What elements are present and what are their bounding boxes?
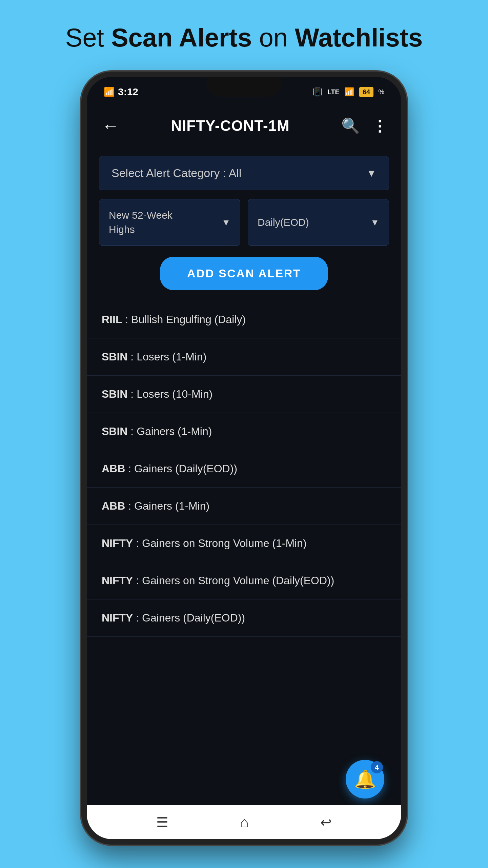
nav-actions: 🔍 ⋮ bbox=[341, 117, 386, 135]
scan-type-label: New 52-WeekHighs bbox=[109, 208, 172, 237]
more-options-button[interactable]: ⋮ bbox=[372, 117, 386, 135]
scan-type-arrow-icon: ▼ bbox=[222, 217, 230, 228]
lte-icon: LTE bbox=[327, 88, 340, 96]
status-left: 📶 3:12 bbox=[104, 86, 138, 98]
alert-text: NIFTY : Gainers (Daily(EOD)) bbox=[102, 612, 245, 624]
alert-item-6[interactable]: ABB : Gainers (1-Min) bbox=[87, 488, 401, 525]
add-scan-alert-button[interactable]: ADD SCAN ALERT bbox=[160, 257, 328, 290]
screen-title: NIFTY-CONT-1M bbox=[171, 117, 289, 134]
dropdown-row: New 52-WeekHighs ▼ Daily(EOD) ▼ bbox=[99, 199, 389, 246]
alert-text: SBIN : Losers (1-Min) bbox=[102, 351, 206, 363]
headline-text2: on bbox=[252, 23, 295, 52]
timeframe-dropdown[interactable]: Daily(EOD) ▼ bbox=[248, 199, 389, 246]
alert-item-9[interactable]: NIFTY : Gainers (Daily(EOD)) bbox=[87, 599, 401, 637]
add-alert-button-wrapper: ADD SCAN ALERT bbox=[99, 257, 389, 290]
category-dropdown-label: Select Alert Category : All bbox=[111, 166, 242, 180]
category-dropdown-arrow-icon: ▼ bbox=[366, 167, 377, 179]
filters-section: Select Alert Category : All ▼ New 52-Wee… bbox=[87, 145, 401, 301]
alert-item-1[interactable]: RIIL : Bullish Engulfing (Daily) bbox=[87, 301, 401, 338]
headline-text1: Set bbox=[65, 23, 111, 52]
alert-text: ABB : Gainers (1-Min) bbox=[102, 500, 209, 512]
battery-indicator: 64 bbox=[359, 87, 373, 97]
volume-up-button[interactable] bbox=[81, 172, 85, 196]
status-bar: 📶 3:12 📳 LTE 📶 64 % bbox=[87, 77, 401, 107]
search-button[interactable]: 🔍 bbox=[341, 117, 360, 135]
back-nav-button[interactable]: ↩ bbox=[320, 814, 332, 830]
signal-icon: 📶 bbox=[104, 87, 115, 97]
alert-item-3[interactable]: SBIN : Losers (10-Min) bbox=[87, 376, 401, 413]
nav-bar: ← NIFTY-CONT-1M 🔍 ⋮ bbox=[87, 107, 401, 145]
notch bbox=[207, 77, 281, 97]
headline-bold1: Scan Alerts bbox=[111, 23, 252, 52]
volume-down-button[interactable] bbox=[81, 206, 85, 246]
menu-nav-button[interactable]: ☰ bbox=[156, 814, 168, 830]
alert-text: RIIL : Bullish Engulfing (Daily) bbox=[102, 313, 246, 326]
alert-text: SBIN : Gainers (1-Min) bbox=[102, 425, 212, 437]
app-content: ← NIFTY-CONT-1M 🔍 ⋮ Select Alert Categor… bbox=[87, 107, 401, 839]
alert-text: NIFTY : Gainers on Strong Volume (1-Min) bbox=[102, 537, 307, 549]
alert-item-7[interactable]: NIFTY : Gainers on Strong Volume (1-Min) bbox=[87, 525, 401, 562]
alerts-list[interactable]: RIIL : Bullish Engulfing (Daily) SBIN : … bbox=[87, 301, 401, 805]
alert-item-2[interactable]: SBIN : Losers (1-Min) bbox=[87, 338, 401, 376]
page-headline: Set Scan Alerts on Watchlists bbox=[65, 22, 423, 53]
headline-bold2: Watchlists bbox=[295, 23, 423, 52]
phone-shell: 📶 3:12 📳 LTE 📶 64 % ← NIFTY-CONT-1M 🔍 ⋮ bbox=[81, 72, 407, 845]
wifi-icon: 📶 bbox=[344, 87, 354, 97]
vibrate-icon: 📳 bbox=[312, 87, 323, 97]
alert-item-5[interactable]: ABB : Gainers (Daily(EOD)) bbox=[87, 450, 401, 488]
time-display: 3:12 bbox=[118, 86, 138, 98]
notification-badge: 4 bbox=[371, 761, 383, 773]
fab-notification-button[interactable]: 🔔 4 bbox=[346, 760, 384, 798]
power-button[interactable] bbox=[403, 185, 407, 223]
back-button[interactable]: ← bbox=[102, 117, 119, 135]
alert-text: SBIN : Losers (10-Min) bbox=[102, 388, 212, 400]
timeframe-arrow-icon: ▼ bbox=[370, 217, 379, 228]
alert-text: NIFTY : Gainers on Strong Volume (Daily(… bbox=[102, 574, 334, 587]
bottom-nav-bar: ☰ ⌂ ↩ bbox=[87, 805, 401, 839]
alert-item-8[interactable]: NIFTY : Gainers on Strong Volume (Daily(… bbox=[87, 562, 401, 599]
timeframe-label: Daily(EOD) bbox=[258, 217, 309, 228]
home-nav-button[interactable]: ⌂ bbox=[240, 814, 249, 831]
battery-suffix: % bbox=[378, 88, 384, 96]
scan-type-dropdown[interactable]: New 52-WeekHighs ▼ bbox=[99, 199, 240, 246]
alert-text: ABB : Gainers (Daily(EOD)) bbox=[102, 462, 237, 475]
alert-item-4[interactable]: SBIN : Gainers (1-Min) bbox=[87, 413, 401, 450]
page-background: Set Scan Alerts on Watchlists 📶 3:12 📳 L… bbox=[0, 0, 488, 868]
category-dropdown[interactable]: Select Alert Category : All ▼ bbox=[99, 156, 389, 190]
status-right: 📳 LTE 📶 64 % bbox=[312, 87, 384, 97]
